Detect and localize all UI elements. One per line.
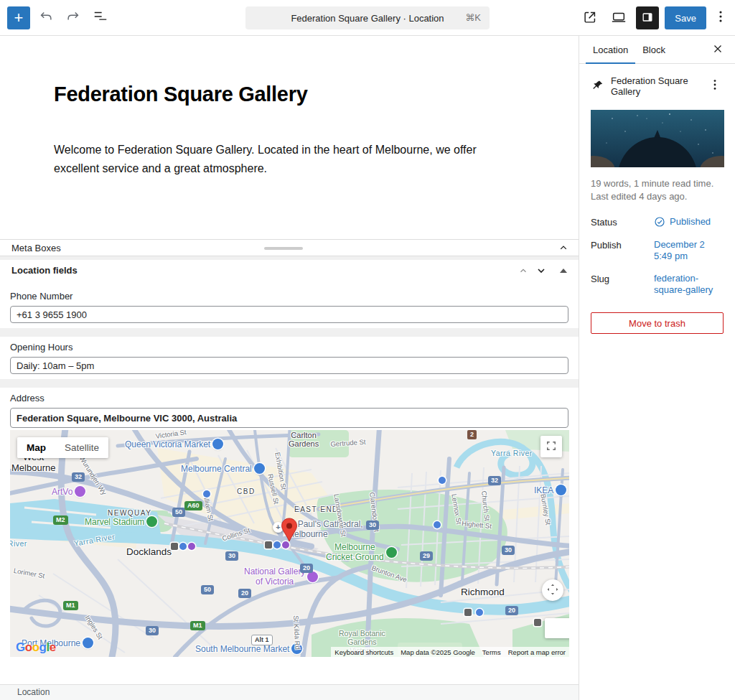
google-logo-letter: g	[39, 640, 47, 654]
hours-field-section: Opening Hours	[0, 337, 579, 379]
post-paragraph[interactable]: Welcome to Federation Square Gallery. Lo…	[54, 141, 525, 178]
divider	[0, 328, 579, 337]
post-summary-header: Federation Square Gallery	[591, 75, 724, 97]
meta-boxes-label: Meta Boxes	[11, 243, 61, 253]
summary-row-label: Publish	[591, 239, 654, 262]
close-icon	[711, 42, 724, 57]
document-title: Federation Square Gallery · Location	[291, 13, 444, 24]
save-button[interactable]: Save	[665, 6, 706, 29]
undo-icon	[38, 9, 54, 27]
google-logo-letter: G	[16, 640, 25, 654]
address-input[interactable]	[10, 408, 568, 428]
summary-row-link[interactable]: Published	[670, 216, 711, 228]
fullscreen-icon	[546, 441, 556, 453]
post-summary-rows: Status Published Publish	[591, 216, 724, 296]
summary-row-link[interactable]: federation-square-gallery	[654, 273, 724, 296]
editor-canvas: Federation Square Gallery Welcome to Fed…	[0, 36, 579, 700]
phone-field-section: Phone Number	[0, 281, 579, 328]
preview-button[interactable]	[607, 6, 630, 29]
external-link-icon	[582, 9, 598, 27]
phone-input[interactable]	[10, 306, 568, 323]
summary-row-value: Published	[654, 216, 724, 228]
sidebar-post-title[interactable]: Federation Square Gallery	[605, 75, 706, 97]
summary-row-link[interactable]: December 2 5:49 pm	[654, 239, 705, 262]
chevron-up-icon[interactable]	[557, 241, 570, 256]
kebab-icon	[713, 9, 729, 28]
block-breadcrumb-bar: Location	[0, 684, 579, 700]
map-type-map-button[interactable]: Map	[17, 437, 55, 458]
kebab-icon	[708, 80, 722, 95]
command-shortcut: ⌘K	[465, 6, 481, 29]
google-logo: Google	[16, 640, 56, 655]
command-center-button[interactable]: Federation Square Gallery · Location ⌘K	[245, 6, 490, 29]
map-type-control: Map Satellite	[17, 437, 108, 458]
meta-boxes-header[interactable]: Meta Boxes	[0, 239, 579, 256]
location-pin-icon	[281, 518, 298, 542]
pan-arrows-icon	[546, 582, 560, 599]
last-edited-text: Last edited 4 days ago.	[591, 190, 724, 203]
attribution-item[interactable]: Keyboard shortcuts	[331, 648, 397, 656]
google-logo-letter: o	[32, 640, 39, 654]
address-label: Address	[10, 394, 568, 402]
block-inserter-button[interactable]: +	[7, 6, 30, 29]
desktop-icon	[611, 9, 627, 27]
hours-input[interactable]	[10, 357, 568, 374]
move-up-icon[interactable]	[518, 266, 528, 276]
move-to-trash-button[interactable]: Move to trash	[591, 312, 724, 334]
summary-row-value: federation-square-gallery	[654, 273, 724, 296]
attribution-item[interactable]: Report a map error	[505, 648, 569, 656]
summary-row-label: Slug	[591, 273, 654, 296]
google-map[interactable]: Queen Victoria Market Melbourne Central …	[10, 430, 569, 657]
map-attribution: Keyboard shortcuts Map data ©2025 Google…	[331, 647, 569, 657]
move-down-icon[interactable]	[535, 265, 547, 276]
summary-row: Publish December 2 5:49 pm	[591, 239, 724, 262]
editor-toolbar: + Federation Square Gallery ·	[0, 0, 735, 36]
map-control-box[interactable]	[545, 618, 569, 638]
tab-location[interactable]: Location	[586, 36, 635, 63]
tab-block[interactable]: Block	[635, 36, 673, 63]
address-field-section: Address	[0, 388, 579, 662]
redo-button[interactable]	[62, 6, 85, 29]
sidebar-tabs: Location Block	[579, 36, 735, 64]
close-sidebar-button[interactable]	[708, 39, 728, 60]
google-logo-letter: e	[50, 640, 56, 654]
location-fields-title: Location fields	[11, 265, 518, 276]
summary-row-label: Status	[591, 216, 654, 228]
summary-row-value: December 2 5:49 pm	[654, 239, 724, 262]
attribution-item[interactable]: Terms	[479, 648, 505, 656]
divider	[0, 379, 579, 388]
breadcrumb-item[interactable]: Location	[17, 687, 50, 697]
word-count-text: 19 words, 1 minute read time.	[591, 177, 724, 190]
pan-control[interactable]	[542, 579, 563, 601]
post-title[interactable]: Federation Square Gallery	[54, 81, 525, 107]
hours-label: Opening Hours	[10, 343, 568, 351]
location-fields-panel-header: Location fields	[0, 260, 579, 281]
undo-button[interactable]	[34, 6, 57, 29]
summary-row: Slug federation-square-gallery	[591, 273, 724, 296]
featured-image[interactable]	[591, 110, 724, 167]
phone-label: Phone Number	[10, 292, 568, 300]
map-type-satellite-button[interactable]: Satellite	[55, 437, 108, 458]
sidebar-panel-icon	[640, 10, 655, 27]
map-canvas[interactable]	[10, 430, 569, 657]
view-post-button[interactable]	[579, 6, 601, 29]
list-view-icon	[93, 9, 108, 27]
list-view-button[interactable]	[89, 6, 112, 29]
attribution-item: Map data ©2025 Google	[397, 648, 479, 656]
google-logo-letter: o	[25, 640, 32, 654]
post-actions-menu-button[interactable]	[706, 78, 724, 95]
options-menu-button[interactable]	[712, 6, 729, 29]
redo-icon	[65, 9, 81, 27]
settings-sidebar-toggle[interactable]	[636, 6, 659, 29]
meta-boxes-area: Meta Boxes Location fields	[0, 239, 579, 662]
summary-row: Status Published	[591, 216, 724, 228]
pin-icon	[591, 79, 605, 93]
fullscreen-button[interactable]	[540, 436, 562, 457]
published-check-icon	[654, 216, 665, 228]
settings-sidebar: Location Block Federation Square Gallery	[579, 36, 735, 700]
resize-handle[interactable]	[264, 247, 303, 250]
collapse-toggle-icon[interactable]	[560, 269, 567, 273]
